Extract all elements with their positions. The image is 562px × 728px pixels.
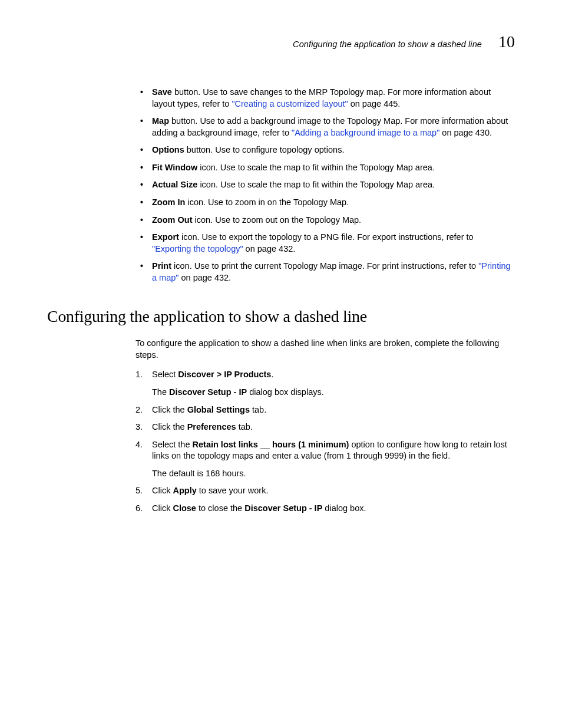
label-options: Options xyxy=(152,145,184,154)
bold: Discover Setup - IP xyxy=(169,387,247,397)
step-list: Select Discover > IP Products. The Disco… xyxy=(135,369,515,514)
text: dialog box. xyxy=(322,503,366,513)
bold: Apply xyxy=(173,486,196,495)
label-print: Print xyxy=(152,261,171,271)
content-indent: Save button. Use to save changes to the … xyxy=(135,87,515,284)
list-item-export: Export icon. Use to export the topology … xyxy=(135,232,515,255)
section-heading: Configuring the application to show a da… xyxy=(47,307,515,326)
list-item-zoom-out: Zoom Out icon. Use to zoom out on the To… xyxy=(135,215,515,226)
text: icon. Use to zoom in on the Topology Map… xyxy=(185,197,349,207)
step-3: Click the Preferences tab. xyxy=(135,421,515,433)
link-exporting-topology[interactable]: "Exporting the topology" xyxy=(152,244,243,253)
intro-paragraph: To configure the application to show a d… xyxy=(135,338,515,361)
bold: Preferences xyxy=(187,422,236,431)
link-adding-background-image[interactable]: "Adding a background image to a map" xyxy=(292,128,439,137)
text: icon. Use to export the topology to a PN… xyxy=(179,232,474,242)
step-1: Select Discover > IP Products. The Disco… xyxy=(135,369,515,398)
list-item-actual-size: Actual Size icon. Use to scale the map t… xyxy=(135,179,515,191)
page: Configuring the application to show a da… xyxy=(0,0,562,728)
step-1-sub: The Discover Setup - IP dialog box displ… xyxy=(152,387,515,398)
bold: Close xyxy=(173,503,196,513)
text: icon. Use to scale the map to fit within… xyxy=(197,180,435,189)
bold: Global Settings xyxy=(187,405,250,414)
bold: Discover > IP Products xyxy=(178,370,271,379)
text: icon. Use to print the current Topology … xyxy=(171,261,478,271)
list-item-save: Save button. Use to save changes to the … xyxy=(135,87,515,110)
text: Click xyxy=(152,486,173,495)
text: on page 432. xyxy=(243,244,296,253)
text: on page 432. xyxy=(178,273,231,282)
label-actual-size: Actual Size xyxy=(152,180,197,189)
text: tab. xyxy=(236,422,253,431)
text: tab. xyxy=(250,405,266,414)
text: button. Use to configure topology option… xyxy=(184,145,345,154)
label-zoom-in: Zoom In xyxy=(152,197,185,207)
list-item-zoom-in: Zoom In icon. Use to zoom in on the Topo… xyxy=(135,197,515,209)
list-item-print: Print icon. Use to print the current Top… xyxy=(135,261,515,284)
label-save: Save xyxy=(152,87,172,97)
text: on page 430. xyxy=(439,128,492,137)
label-map: Map xyxy=(152,116,169,126)
running-title: Configuring the application to show a da… xyxy=(293,39,482,49)
text: Click the xyxy=(152,405,187,414)
text: to save your work. xyxy=(197,486,269,495)
label-fit-window: Fit Window xyxy=(152,163,197,172)
label-export: Export xyxy=(152,232,179,242)
chapter-number: 10 xyxy=(498,32,515,51)
list-item-fit-window: Fit Window icon. Use to scale the map to… xyxy=(135,162,515,174)
bold: Retain lost links __ hours (1 minimum) xyxy=(193,440,349,449)
text: . xyxy=(271,370,273,379)
section-body: To configure the application to show a d… xyxy=(135,338,515,514)
text: icon. Use to zoom out on the Topology Ma… xyxy=(192,215,361,225)
label-zoom-out: Zoom Out xyxy=(152,215,192,225)
text: dialog box displays. xyxy=(247,387,324,397)
link-creating-customized-layout[interactable]: "Creating a customized layout" xyxy=(232,99,348,108)
text: Click xyxy=(152,503,173,513)
text: Click the xyxy=(152,422,187,431)
step-4: Select the Retain lost links __ hours (1… xyxy=(135,439,515,480)
text: on page 445. xyxy=(348,99,401,108)
text: icon. Use to scale the map to fit within… xyxy=(197,163,435,172)
text: Select xyxy=(152,370,178,379)
step-5: Click Apply to save your work. xyxy=(135,485,515,497)
step-6: Click Close to close the Discover Setup … xyxy=(135,503,515,515)
list-item-map: Map button. Use to add a background imag… xyxy=(135,116,515,139)
running-header: Configuring the application to show a da… xyxy=(47,32,515,51)
toolbar-item-list: Save button. Use to save changes to the … xyxy=(135,87,515,284)
text: Select the xyxy=(152,440,193,449)
bold: Discover Setup - IP xyxy=(244,503,322,513)
text: to close the xyxy=(196,503,244,513)
list-item-options: Options button. Use to configure topolog… xyxy=(135,144,515,156)
step-2: Click the Global Settings tab. xyxy=(135,404,515,416)
step-4-sub: The default is 168 hours. xyxy=(152,468,515,480)
text: The xyxy=(152,387,169,397)
